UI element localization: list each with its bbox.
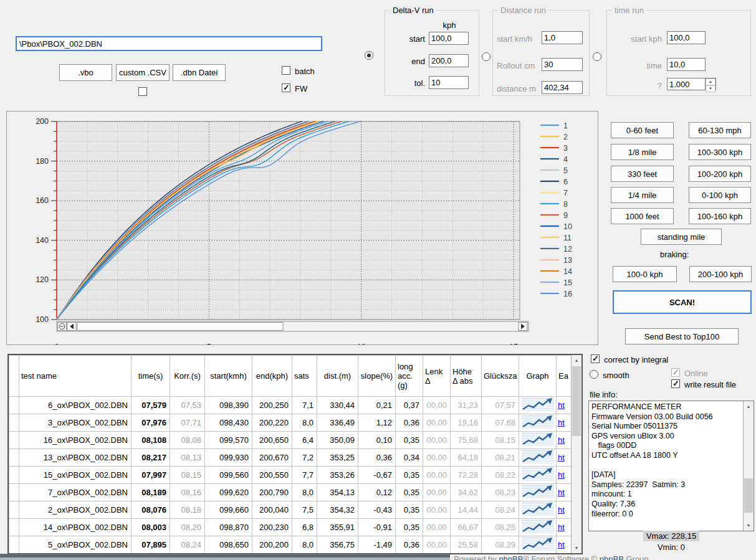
btn-1-8-mile[interactable]: 1/8 mile (611, 144, 674, 160)
file-path-input[interactable] (16, 36, 322, 51)
column-header-start_kmh[interactable]: start(kmh) (205, 356, 252, 397)
time-run-radio[interactable] (593, 52, 601, 61)
chart-scrollbar-thumb[interactable] (77, 323, 283, 331)
file-info-box[interactable]: PERFORMANCE METER Firmware Version 03.00… (588, 401, 754, 531)
column-header-korr_s[interactable]: Korr.(s) (170, 356, 205, 397)
column-header-graph[interactable]: Graph (519, 356, 557, 397)
row-selector-cell[interactable] (9, 397, 19, 414)
row-selector-cell[interactable] (9, 484, 19, 501)
column-header-ea[interactable]: Ea (557, 356, 573, 397)
column-header-end_kph[interactable]: end(kph) (252, 356, 292, 397)
table-row[interactable]: 16_ox\PBOX_002.DBN08,10808,08099,570200,… (9, 432, 573, 449)
file-info-scrollbar[interactable]: ▲ ▼ (743, 401, 754, 531)
file-info-scrollbar-thumb[interactable] (744, 478, 753, 513)
distance-m-input[interactable] (542, 81, 583, 94)
row-selector-cell[interactable] (9, 536, 19, 554)
table-row[interactable]: 13_ox\PBOX_002.DBN08,21708,13099,930200,… (9, 449, 573, 467)
phpbb-group-link[interactable]: phpBB (600, 554, 624, 560)
column-header-dist_m[interactable]: dist.(m) (317, 356, 358, 397)
row-selector-cell[interactable] (9, 432, 19, 449)
column-header-gluecksza[interactable]: Glücksza (482, 356, 519, 397)
cell-ea[interactable]: ht (557, 536, 573, 554)
column-header-long_acc_g[interactable]: long acc.(g) (396, 356, 423, 397)
graph-icon[interactable] (522, 467, 554, 481)
table-vertical-scrollbar[interactable]: ▲ ▼ (571, 355, 581, 553)
details-link[interactable]: ht (558, 470, 565, 480)
scroll-down-icon[interactable]: ▼ (744, 520, 754, 531)
table-row[interactable]: 6_ox\PBOX_002.DBN07,57907,53098,390200,2… (9, 397, 573, 414)
distance-run-radio[interactable] (482, 52, 490, 61)
factor-spinner[interactable]: ▲ ▼ (706, 78, 716, 90)
details-link[interactable]: ht (558, 540, 565, 549)
column-header-test_name[interactable]: test name (19, 356, 132, 397)
write-result-file-checkbox[interactable] (671, 379, 680, 388)
details-link[interactable]: ht (558, 488, 565, 497)
scroll-up-icon[interactable]: ▲ (572, 355, 581, 366)
graph-icon[interactable] (522, 485, 554, 498)
table-scrollbar-thumb[interactable] (572, 366, 581, 436)
spinner-down-icon[interactable]: ▼ (706, 85, 715, 92)
column-header-time_s[interactable]: time(s) (132, 356, 170, 397)
table-row[interactable]: 5_ox\PBOX_002.DBN07,89508,24098,650200,2… (9, 536, 573, 554)
table-row[interactable]: 14_ox\PBOX_002.DBN08,00308,20098,870200,… (9, 519, 573, 536)
time-run-start-input[interactable] (667, 31, 706, 44)
btn-60-130-mph[interactable]: 60-130 mph (689, 122, 751, 138)
cell-graph[interactable] (519, 536, 557, 554)
details-link[interactable]: ht (558, 453, 565, 462)
row-selector-cell[interactable] (9, 501, 19, 519)
results-table[interactable]: test nametime(s)Korr.(s)start(kmh)end(kp… (9, 355, 572, 553)
btn-0-60-feet[interactable]: 0-60 feet (611, 122, 674, 138)
spinner-up-icon[interactable]: ▲ (706, 78, 715, 85)
cell-graph[interactable] (519, 467, 557, 484)
delta-v-end-input[interactable] (429, 54, 469, 67)
table-row[interactable]: 15_ox\PBOX_002.DBN07,99708,15099,560200,… (9, 467, 573, 484)
table-row[interactable]: 2_ox\PBOX_002.DBN08,07608,18099,660200,0… (9, 501, 573, 519)
btn-1-4-mile[interactable]: 1/4 mile (611, 187, 674, 203)
phpbb-link[interactable]: phpBB (499, 554, 523, 560)
results-data-grid[interactable]: test nametime(s)Korr.(s)start(kmh)end(kp… (9, 355, 572, 553)
graph-icon[interactable] (522, 415, 554, 429)
details-link[interactable]: ht (558, 505, 565, 515)
rollout-input[interactable] (542, 58, 583, 71)
cell-ea[interactable]: ht (557, 449, 573, 467)
scroll-down-icon[interactable]: ▼ (572, 543, 581, 553)
table-row[interactable]: 3_ox\PBOX_002.DBN07,97607,71098,430200,2… (9, 414, 573, 432)
cell-graph[interactable] (519, 432, 557, 449)
cell-ea[interactable]: ht (557, 432, 573, 449)
row-selector-cell[interactable] (9, 449, 19, 467)
time-run-factor-input[interactable] (667, 78, 706, 90)
column-header-hoehe_delta_abs[interactable]: Höhe Δ abs (451, 356, 482, 397)
details-link[interactable]: ht (558, 418, 565, 427)
graph-icon[interactable] (522, 450, 554, 463)
btn-1000-feet[interactable]: 1000 feet (611, 208, 674, 224)
cell-ea[interactable]: ht (557, 467, 573, 484)
column-header-selector[interactable] (9, 356, 19, 397)
graph-icon[interactable] (522, 520, 554, 533)
cell-graph[interactable] (519, 501, 557, 519)
btn-200-100-kph[interactable]: 200-100 kph (689, 266, 752, 282)
speed-time-chart[interactable]: 1001201401601802000510151234567891011121… (7, 112, 598, 344)
graph-icon[interactable] (522, 432, 554, 446)
delta-v-run-radio[interactable] (365, 51, 373, 60)
column-header-lenk_delta[interactable]: Lenk Δ (423, 356, 451, 397)
btn-100-0-kph[interactable]: 100-0 kph (613, 266, 677, 282)
cell-ea[interactable]: ht (557, 501, 573, 519)
graph-icon[interactable] (522, 397, 554, 411)
cell-graph[interactable] (519, 449, 557, 467)
time-run-time-input[interactable] (667, 58, 706, 71)
cell-graph[interactable] (519, 397, 557, 414)
smooth-radio[interactable] (590, 370, 598, 379)
delta-v-tol-input[interactable] (429, 76, 469, 89)
details-link[interactable]: ht (558, 401, 565, 410)
batch-checkbox[interactable] (282, 66, 290, 75)
cell-graph[interactable] (519, 414, 557, 432)
btn-330-feet[interactable]: 330 feet (611, 166, 674, 182)
graph-icon[interactable] (522, 537, 554, 551)
correct-by-integral-checkbox[interactable] (591, 354, 600, 363)
row-selector-cell[interactable] (9, 414, 19, 432)
row-selector-cell[interactable] (9, 519, 19, 536)
cell-ea[interactable]: ht (557, 519, 573, 536)
custom-csv-button[interactable]: custom .CSV (116, 64, 170, 81)
graph-icon[interactable] (522, 502, 554, 516)
delta-v-start-input[interactable] (429, 32, 469, 45)
